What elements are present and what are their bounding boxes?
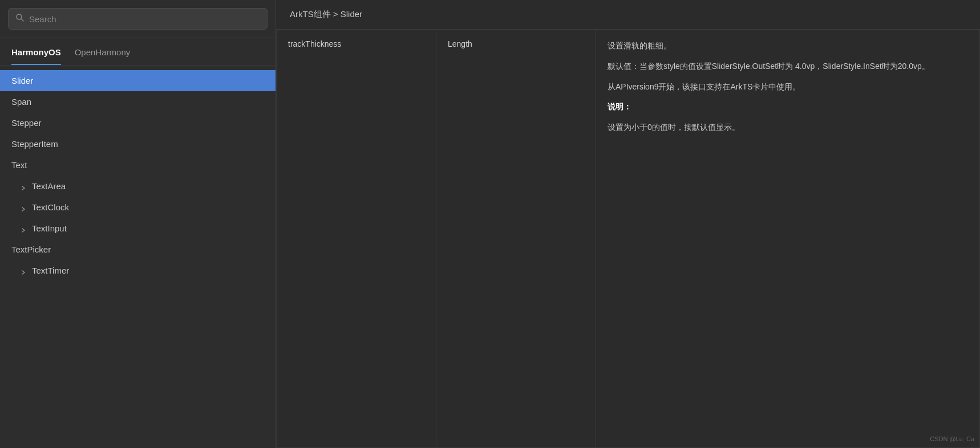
sidebar-item-slider[interactable]: Slider [0, 70, 276, 91]
watermark: CSDN @Lu_Ca [930, 435, 974, 442]
tab-harmonyos[interactable]: HarmonyOS [11, 47, 61, 65]
property-table: trackThickness Length 设置滑轨的粗细。 默认值：当参数st… [276, 30, 980, 448]
svg-line-1 [21, 19, 23, 21]
sidebar-item-textarea[interactable]: TextArea [0, 176, 276, 197]
search-box [8, 8, 268, 30]
sidebar-item-textinput-label: TextInput [32, 223, 67, 233]
chevron-right-icon [21, 267, 27, 274]
sidebar-item-text[interactable]: Text [0, 154, 276, 176]
tab-container: HarmonyOS OpenHarmony [0, 38, 276, 66]
sidebar-item-span[interactable]: Span [0, 91, 276, 112]
sidebar-item-textclock[interactable]: TextClock [0, 197, 276, 218]
desc-line-3: 从APIversion9开始，该接口支持在ArkTS卡片中使用。 [608, 80, 968, 94]
nav-list: Slider Span Stepper StepperItem Text Tex… [0, 66, 276, 448]
tab-openharmony[interactable]: OpenHarmony [75, 47, 131, 65]
chevron-right-icon [21, 225, 27, 232]
sidebar-item-textinput[interactable]: TextInput [0, 218, 276, 239]
search-icon [15, 13, 25, 25]
sidebar-item-textarea-label: TextArea [32, 181, 66, 191]
content-area: trackThickness Length 设置滑轨的粗细。 默认值：当参数st… [276, 30, 980, 448]
desc-line-4: 说明： [608, 100, 968, 114]
prop-name-cell: trackThickness [277, 30, 436, 448]
sidebar: HarmonyOS OpenHarmony Slider Span Steppe… [0, 0, 276, 448]
desc-bold-label: 说明： [608, 102, 631, 111]
desc-line-2: 默认值：当参数style的值设置SliderStyle.OutSet时为 4.0… [608, 60, 968, 74]
chevron-right-icon [21, 183, 27, 190]
desc-line-1: 设置滑轨的粗细。 [608, 39, 968, 53]
sidebar-item-texttimer[interactable]: TextTimer [0, 260, 276, 281]
prop-type-cell: Length [436, 30, 596, 448]
sidebar-item-stepperitem[interactable]: StepperItem [0, 133, 276, 154]
prop-desc-cell: 设置滑轨的粗细。 默认值：当参数style的值设置SliderStyle.Out… [596, 30, 980, 448]
main-content: ArkTS组件 > Slider trackThickness Length 设… [276, 0, 980, 448]
sidebar-item-stepper[interactable]: Stepper [0, 112, 276, 133]
chevron-right-icon [21, 204, 27, 211]
breadcrumb: ArkTS组件 > Slider [276, 0, 980, 30]
desc-line-5: 设置为小于0的值时，按默认值显示。 [608, 121, 968, 135]
sidebar-item-textpicker[interactable]: TextPicker [0, 239, 276, 260]
search-input[interactable] [29, 14, 260, 24]
search-container [0, 0, 276, 38]
sidebar-item-texttimer-label: TextTimer [32, 266, 69, 275]
table-row: trackThickness Length 设置滑轨的粗细。 默认值：当参数st… [277, 30, 980, 448]
sidebar-item-textclock-label: TextClock [32, 202, 69, 212]
